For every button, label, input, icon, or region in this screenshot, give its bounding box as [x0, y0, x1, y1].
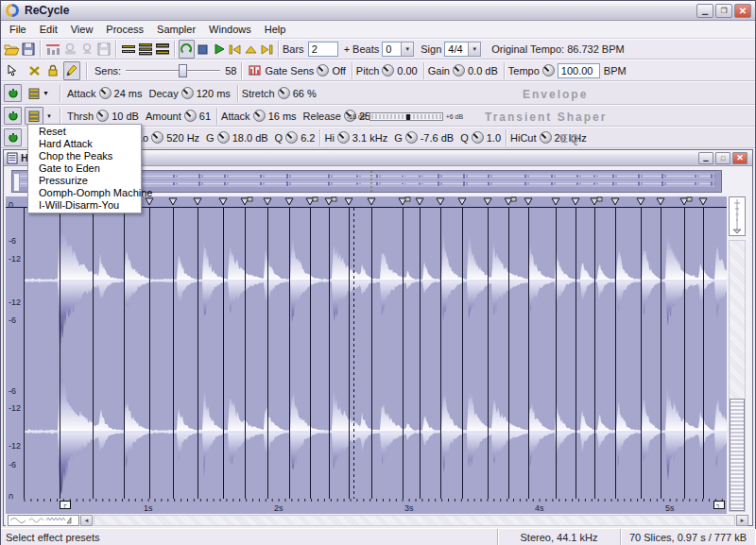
envelope-preset-button[interactable]: ▼ — [25, 84, 53, 102]
status-info: 70 Slices, 0.97 s / 777 kB — [621, 529, 755, 545]
title-bar[interactable]: ReCycle ▁ ❐ ✕ — [1, 1, 755, 21]
eq-hi-gain-knob[interactable] — [405, 131, 418, 144]
time-ruler[interactable]: ┌ ┐ 1s2s3s4s5s — [6, 499, 727, 514]
preset-menu-item[interactable]: Chop the Peaks — [28, 150, 141, 162]
pitch-knob[interactable] — [382, 64, 394, 77]
sign-dropdown-arrow[interactable]: ▼ — [468, 42, 481, 57]
waveform-display[interactable]: 0-6-12-12-6-6-12-12-60 — [6, 208, 727, 499]
mute-tool-icon — [28, 65, 41, 77]
gate-sens-knob[interactable] — [317, 64, 329, 77]
envelope-power-button[interactable] — [4, 84, 22, 102]
floppy-disabled-icon — [97, 43, 111, 56]
mute-tool-button[interactable] — [26, 61, 43, 80]
eq-power-button[interactable] — [4, 128, 22, 146]
transient-gain-meter — [369, 112, 443, 121]
minimize-button[interactable]: ▁ — [696, 4, 713, 18]
save-sound-button[interactable] — [95, 40, 112, 59]
db-scale-label: -12 — [9, 403, 21, 413]
eq-hi-label: Hi — [324, 132, 334, 144]
beats-select[interactable]: 0 ▼ — [382, 42, 414, 57]
loop-playback-button[interactable] — [179, 40, 195, 59]
doc-maximize-button[interactable]: □ — [715, 152, 730, 164]
menu-help[interactable]: Help — [258, 22, 293, 37]
horizontal-zoom-widget[interactable] — [8, 515, 79, 526]
eq-hicut-knob[interactable] — [540, 131, 552, 144]
view-small-icon — [121, 43, 136, 55]
eq-hi-knob[interactable] — [337, 131, 350, 144]
left-locator[interactable]: ┌ — [60, 501, 71, 509]
menu-sampler[interactable]: Sampler — [150, 22, 202, 37]
open-file-button[interactable] — [3, 40, 20, 59]
envelope-decay-label: Decay — [149, 88, 179, 99]
export-sound-button[interactable] — [61, 40, 78, 59]
lock-tool-button[interactable] — [44, 61, 61, 80]
play-button[interactable] — [211, 40, 227, 59]
gate-sens-button[interactable] — [246, 61, 263, 80]
envelope-attack-knob[interactable] — [99, 87, 112, 99]
tempo-input[interactable]: 100.00 — [558, 63, 600, 78]
eq-lo-gain-knob[interactable] — [217, 131, 230, 144]
transient-attack-label: Attack — [221, 111, 250, 122]
doc-close-button[interactable]: ✕ — [732, 152, 747, 164]
preset-menu-item[interactable]: Hard Attack — [28, 138, 141, 150]
transient-preset-dropdown[interactable]: ▼ — [43, 107, 55, 125]
menu-view[interactable]: View — [64, 22, 100, 37]
gate-icon — [249, 64, 261, 77]
arrow-tool-button[interactable] — [3, 61, 20, 80]
eq-lo-q-knob[interactable] — [285, 131, 298, 144]
stop-button[interactable] — [195, 40, 211, 59]
vertical-scrollbar-thumb[interactable] — [730, 399, 745, 511]
gate-sens-value: Off — [332, 65, 345, 77]
tempo-knob[interactable] — [542, 64, 555, 77]
menu-edit[interactable]: Edit — [33, 22, 64, 37]
view-medium-icon — [138, 43, 153, 56]
sign-select[interactable]: 4/4 ▼ — [444, 42, 481, 57]
preview-toggle-button[interactable] — [44, 40, 61, 59]
hscroll-right-button[interactable]: ► — [736, 515, 748, 526]
view-medium-button[interactable] — [137, 40, 154, 59]
gain-knob[interactable] — [453, 64, 465, 77]
envelope-stretch-knob[interactable] — [278, 87, 290, 99]
right-locator[interactable]: ┐ — [713, 501, 725, 509]
save-file-button[interactable] — [20, 40, 37, 59]
close-button[interactable]: ✕ — [734, 4, 751, 18]
pencil-tool-button[interactable] — [63, 61, 80, 80]
vertical-zoom-widget[interactable] — [729, 196, 746, 236]
transient-attack-knob[interactable] — [253, 110, 266, 122]
restore-button[interactable]: ❐ — [715, 4, 732, 18]
menu-process[interactable]: Process — [99, 22, 150, 37]
menu-file[interactable]: File — [3, 22, 33, 37]
transient-thrsh-knob[interactable] — [96, 110, 109, 122]
transmit-sound-button[interactable] — [78, 40, 95, 59]
bars-label: Bars — [283, 43, 304, 55]
beats-dropdown-arrow[interactable]: ▼ — [401, 42, 414, 57]
sens-slider-thumb[interactable] — [179, 64, 187, 77]
goto-marker-button[interactable] — [243, 40, 259, 59]
preset-menu-item[interactable]: Gate to Eden — [28, 162, 141, 175]
eq-hi-q-value: 1.0 — [487, 132, 501, 144]
vertical-scrollbar-track[interactable] — [729, 240, 746, 512]
horizontal-scrollbar-track[interactable] — [94, 515, 735, 526]
sens-slider[interactable] — [126, 63, 220, 78]
transient-power-button[interactable] — [4, 107, 22, 125]
transient-thrsh-label: Thrsh — [67, 111, 94, 122]
transient-preset-button[interactable] — [25, 107, 43, 125]
view-large-button[interactable] — [154, 40, 171, 59]
time-ruler-label: 1s — [144, 503, 153, 513]
preset-menu-item[interactable]: Reset — [28, 126, 141, 138]
envelope-attack-label: Attack — [67, 88, 96, 99]
transient-amount-knob[interactable] — [184, 110, 197, 122]
next-bar-button[interactable] — [259, 40, 275, 59]
hscroll-left-button[interactable]: ◄ — [80, 515, 93, 526]
previous-bar-button[interactable] — [227, 40, 243, 59]
view-small-button[interactable] — [120, 40, 137, 59]
preset-menu-item[interactable]: Oomph-Oomph Machine — [28, 187, 141, 199]
doc-minimize-button[interactable]: ▁ — [698, 152, 713, 164]
menu-windows[interactable]: Windows — [202, 22, 258, 37]
envelope-decay-knob[interactable] — [181, 87, 194, 99]
bars-input[interactable]: 2 — [308, 42, 338, 57]
preset-menu-item[interactable]: I-Will-Disarm-You — [28, 199, 141, 212]
eq-hi-q-knob[interactable] — [472, 131, 484, 144]
eq-lo-knob[interactable] — [151, 131, 163, 144]
preset-menu-item[interactable]: Pressurize — [28, 175, 141, 187]
